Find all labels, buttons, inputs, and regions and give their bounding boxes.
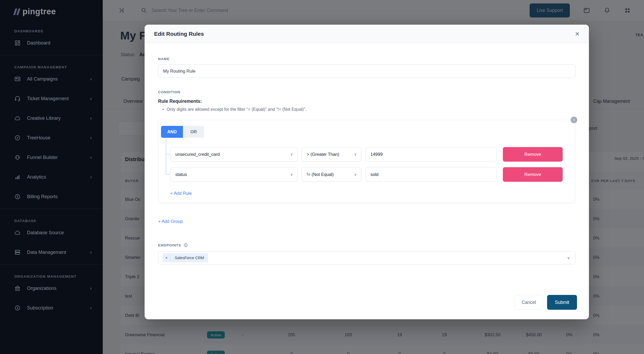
svg-text:$: $ [17, 306, 18, 309]
connector-line [166, 154, 171, 154]
operator-select-value: > (Greater Than) [307, 152, 339, 157]
cancel-button[interactable]: Cancel [515, 295, 543, 310]
sidebar-item-label: Billing Reports [27, 194, 92, 200]
rule-requirements-title: Rule Requirements: [158, 99, 575, 104]
field-select-value: status [175, 172, 187, 177]
chevron-down-icon: ∨ [90, 136, 92, 140]
sidebar-item-organizations[interactable]: Organizations ∨ [0, 278, 103, 298]
headset-icon [14, 95, 21, 102]
or-button[interactable]: OR [183, 126, 204, 138]
chevron-down-icon: ∨ [290, 152, 293, 156]
add-rule-link[interactable]: + Add Rule [170, 191, 192, 196]
modal-title: Edit Routing Rules [154, 31, 204, 37]
field-select[interactable]: status∨ [170, 167, 297, 182]
sidebar-item-label: Ticket Management [27, 96, 90, 101]
close-icon[interactable]: × [575, 30, 579, 38]
svg-text:$: $ [17, 195, 18, 198]
rule-value-input[interactable] [365, 147, 497, 162]
chevron-down-icon: ∨ [90, 175, 92, 179]
endpoint-tag: × SalesForce CRM [163, 253, 208, 262]
rule-row: status∨ != (Not Equal)∨ Remove [170, 167, 571, 182]
endpoints-label-row: ENDPOINTS [158, 243, 575, 247]
operator-select[interactable]: > (Greater Than)∨ [302, 147, 361, 162]
rule-value-input[interactable] [365, 167, 497, 182]
sidebar-item-label: Funnel Builder [27, 155, 90, 160]
remove-group-icon[interactable]: × [571, 117, 577, 123]
sidebar-item-analytics[interactable]: Analytics ∨ [0, 167, 103, 187]
field-select-value: unsecured_credit_card [175, 152, 220, 157]
bar-chart-icon [14, 174, 21, 180]
app-screen: pingtree DASHBOARDS Dashboard CAMPAIGN M… [0, 0, 644, 354]
logo[interactable]: pingtree [0, 0, 103, 15]
sidebar-divider [0, 55, 103, 55]
sidebar-item-label: Database Source [27, 230, 92, 236]
submit-button[interactable]: Submit [547, 295, 577, 310]
sidebar-item-funnel-builder[interactable]: Funnel Builder ∨ [0, 148, 103, 167]
logo-slashes-icon [13, 8, 20, 15]
sidebar-item-label: Creative Library [27, 116, 90, 121]
server-icon [14, 249, 21, 255]
chevron-down-icon: ∨ [90, 286, 92, 290]
remove-rule-button[interactable]: Remove [503, 167, 563, 182]
endpoints-multiselect[interactable]: × SalesForce CRM ∨ [158, 251, 575, 264]
chevron-down-icon: ∨ [290, 172, 293, 176]
cloud-icon [14, 115, 21, 121]
sidebar-item-label: TreeHouse [27, 135, 90, 141]
sidebar-divider [0, 209, 103, 209]
sidebar-item-label: Subscription [27, 305, 90, 311]
sidebar-section-campaign-management: CAMPAIGN MANAGEMENT [0, 65, 103, 69]
modal-body: NAME CONDITION Rule Requirements: •Only … [145, 43, 589, 295]
compass-icon [14, 135, 21, 141]
sidebar-item-subscription[interactable]: $ Subscription ∨ [0, 298, 103, 318]
and-button[interactable]: AND [161, 126, 183, 138]
building-icon [14, 285, 21, 291]
sidebar-item-all-campaigns[interactable]: All Campaigns ∨ [0, 69, 103, 89]
connector-line [166, 138, 166, 175]
sidebar-item-database-source[interactable]: Database Source [0, 223, 103, 242]
add-group-link[interactable]: + Add Group [158, 219, 183, 224]
remove-tag-icon[interactable]: × [163, 253, 171, 262]
sidebar-divider [0, 264, 103, 264]
sidebar-item-label: Analytics [27, 174, 90, 180]
chevron-down-icon: ∨ [90, 306, 92, 310]
operator-select-value: != (Not Equal) [307, 172, 334, 177]
chevron-down-icon: ∨ [90, 97, 92, 101]
logo-text: pingtree [23, 7, 56, 16]
edit-routing-rules-modal: Edit Routing Rules × NAME CONDITION Rule… [145, 25, 589, 319]
chevron-down-icon: ∨ [90, 77, 92, 81]
sidebar-item-label: All Campaigns [27, 76, 90, 82]
bullet-dot: • [162, 107, 164, 112]
condition-label: CONDITION [158, 90, 575, 94]
sidebar-item-dashboard[interactable]: Dashboard [0, 33, 103, 53]
rule-requirements-bullet: •Only digits are allowed except for the … [162, 107, 575, 112]
rule-row: unsecured_credit_card∨ > (Greater Than)∨… [170, 147, 571, 162]
and-or-toggle: AND OR [161, 126, 204, 138]
chevron-down-icon: ∨ [354, 172, 357, 176]
endpoints-label: ENDPOINTS [158, 243, 181, 247]
funnel-icon [14, 154, 21, 161]
info-icon[interactable] [184, 243, 188, 247]
dollar-circle-icon: $ [14, 305, 21, 311]
cloud-icon [14, 229, 21, 236]
sidebar-item-ticket-management[interactable]: Ticket Management ∨ [0, 89, 103, 108]
sidebar-item-treehouse[interactable]: TreeHouse ∨ [0, 128, 103, 148]
sidebar-item-billing-reports[interactable]: $ Billing Reports [0, 187, 103, 206]
rule-list: unsecured_credit_card∨ > (Greater Than)∨… [170, 147, 571, 182]
sidebar-section-database: DATABASE [0, 219, 103, 223]
rule-name-input[interactable] [158, 64, 575, 78]
chevron-down-icon: ∨ [90, 116, 92, 120]
field-select[interactable]: unsecured_credit_card∨ [170, 147, 297, 162]
operator-select[interactable]: != (Not Equal)∨ [302, 167, 361, 182]
connector-line [166, 174, 171, 175]
campaigns-icon [14, 76, 21, 82]
chevron-down-icon: ∨ [90, 156, 92, 160]
modal-header: Edit Routing Rules × [145, 25, 589, 43]
remove-rule-button[interactable]: Remove [503, 147, 563, 162]
sidebar-item-data-management[interactable]: Data Management ∨ [0, 242, 103, 262]
chevron-down-icon: ∨ [354, 152, 357, 156]
endpoint-tag-label: SalesForce CRM [171, 253, 208, 262]
bullet-text: Only digits are allowed except for the f… [167, 107, 306, 112]
sidebar-item-creative-library[interactable]: Creative Library ∨ [0, 108, 103, 128]
sidebar-section-dashboards: DASHBOARDS [0, 29, 103, 33]
sidebar-item-label: Dashboard [27, 40, 92, 46]
